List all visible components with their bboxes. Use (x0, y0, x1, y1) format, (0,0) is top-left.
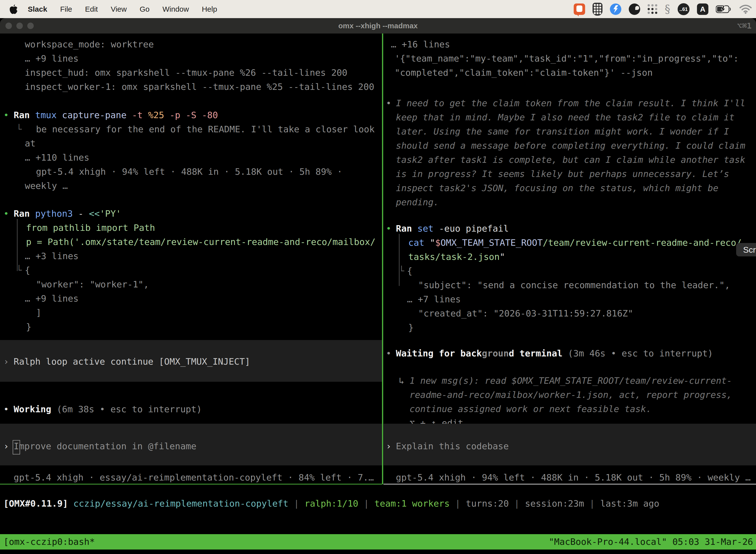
prompt-input[interactable]: ›Improve documentation in @filename (0, 439, 382, 453)
window-shortcut-badge: ⌥⌘1 (737, 18, 752, 34)
bullet-icon: • (386, 96, 391, 110)
prompt-chevron-icon: › (3, 354, 9, 369)
right-terminal-pane[interactable]: … +16 lines'{"team_name":"my-team","task… (383, 34, 756, 484)
terminal-line: … +3 lines (0, 249, 382, 263)
elbow-connector: └ (16, 122, 22, 136)
squiggle-icon[interactable]: § (665, 3, 670, 15)
terminal-line: … +110 lines (0, 151, 382, 165)
terminal-line: at (0, 136, 382, 151)
terminal-line: "worker": "worker-1", (0, 277, 382, 291)
terminal-line: "created_at": "2026-03-31T11:59:27.816Z" (383, 306, 756, 321)
bullet-icon: • (386, 221, 391, 235)
terminal-line: } (383, 321, 756, 335)
output-section: gpt-5.4 xhigh · essay/ai-reimplementatio… (0, 470, 382, 484)
command-line: •Ran set -euo pipefail (383, 221, 756, 235)
keyboard-layout-icon[interactable]: A (697, 3, 708, 15)
terminal-line: p = Path('.omx/state/team/review-current… (0, 235, 382, 249)
menu-item-window[interactable]: Window (163, 5, 189, 13)
terminal-line: pending. (383, 195, 756, 209)
omx-hud-pane: [OMX#0.11.9] cczip/essay/ai-reimplementa… (0, 496, 756, 510)
menu-item-help[interactable]: Help (202, 5, 217, 13)
injected-message-line[interactable]: ›Ralph loop active continue [OMX_TMUX_IN… (0, 354, 382, 369)
menu-item-go[interactable]: Go (140, 5, 149, 13)
session-duration: session:23m (525, 498, 584, 509)
terminal-line: from pathlib import Path (0, 221, 382, 235)
terminal-line: inspect task2's JSON, focusing on the st… (383, 181, 756, 195)
menu-items: SlackFileEditViewGoWindowHelp (18, 5, 217, 13)
menu-item-file[interactable]: File (60, 5, 72, 13)
bullet-icon: • (386, 346, 391, 361)
dark-circle-icon[interactable] (629, 3, 640, 15)
terminal-line: "completed","claim_token":"claim-token"}… (383, 65, 756, 80)
menu-item-view[interactable]: View (111, 5, 126, 13)
model-status-line: gpt-5.4 xhigh · essay/ai-reimplementatio… (0, 470, 382, 484)
prompt-chevron-icon: › (3, 439, 9, 453)
battery-percent-circle-icon[interactable]: ..61 (678, 3, 690, 15)
omx-version: [OMX#0.11.9] (3, 498, 73, 509)
screen-overlay-tooltip: Scre (736, 243, 756, 257)
prompt-band: ›Explain this codebase (383, 424, 756, 465)
output-section: •Ran python3 - <<'PY'from pathlib import… (0, 207, 382, 334)
terminal-line: is in progress? It seems likely but perh… (383, 167, 756, 181)
tmux-status-bar: [omx-cczip0:bash* "MacBook-Pro-44.local"… (0, 534, 756, 550)
menu-item-edit[interactable]: Edit (85, 5, 98, 13)
terminal-line: cat "$OMX_TEAM_STATE_ROOT/team/review-cu… (383, 235, 756, 250)
bolt-circle-icon[interactable] (610, 3, 621, 15)
macos-menu-bar: SlackFileEditViewGoWindowHelp §..61A (0, 0, 756, 18)
omx-session-status-line: [OMX#0.11.9] cczip/essay/ai-reimplementa… (0, 496, 756, 510)
battery-icon[interactable] (716, 5, 732, 13)
window-titlebar[interactable]: omx --xhigh --madmax ⌥⌘1 (0, 18, 756, 34)
terminal-content: workspace_mode: worktree… +9 linesinspec… (0, 34, 756, 554)
output-section: … +16 lines'{"team_name":"my-team","task… (383, 37, 756, 80)
terminal-line: └{ (0, 263, 382, 277)
elbow-connector: └ (399, 264, 404, 278)
prompt-input[interactable]: ›Explain this codebase (383, 439, 756, 453)
session-path: cczip/essay/ai-reimplementation-copyleft (73, 498, 289, 509)
tmux-host-clock: "MacBook-Pro-44.local" 05:03 31-Mar-26 (549, 534, 753, 550)
output-section: •Ran tmux capture-pane -t %25 -p -S -80└… (0, 108, 382, 193)
left-pane-bottom-border (0, 484, 382, 485)
left-terminal-pane[interactable]: workspace_mode: worktree… +9 linesinspec… (0, 34, 382, 484)
prompt-chevron-icon: › (386, 439, 391, 453)
terminal-line: └{ (383, 264, 756, 278)
terminal-line: } (0, 320, 382, 334)
window-title: omx --xhigh --madmax (0, 18, 756, 34)
bullet-icon: • (3, 402, 9, 416)
terminal-line: "subject": "send a concise recommendatio… (383, 278, 756, 292)
terminal-line: should send a message before completing … (383, 138, 756, 153)
terminal-line: └be necessary for the end of the README.… (0, 122, 382, 136)
terminal-line: inspect_hud: omx sparkshell --tmux-pane … (0, 65, 382, 80)
mailbox-notice-line: ↳1 new msg(s): read $OMX_TEAM_STATE_ROOT… (383, 374, 756, 388)
text-cursor: I (14, 441, 19, 451)
menu-bar-status-icons: §..61A (574, 0, 752, 18)
turns-counter: turns:20 (466, 498, 509, 509)
wifi-icon[interactable] (739, 4, 752, 14)
prompt-band: ›Ralph loop active continue [OMX_TMUX_IN… (0, 340, 382, 382)
reasoning-line: •I need to get the claim token from the … (383, 96, 756, 110)
terminal-line: workspace_mode: worktree (0, 37, 382, 51)
prompt-placeholder: mprove documentation in @filename (19, 441, 196, 451)
output-section: •Ran set -euo pipefailcat "$OMX_TEAM_STA… (383, 221, 756, 335)
apple-menu-icon[interactable] (9, 4, 18, 14)
bullet-icon: • (3, 108, 9, 122)
output-section: •I need to get the claim token from the … (383, 96, 756, 209)
output-section: gpt-5.4 xhigh · 94% left · 488K in · 5.1… (383, 470, 756, 484)
tmux-session-label: [omx-cczip0:bash* (3, 534, 95, 550)
pane-divider[interactable] (382, 34, 383, 484)
output-section: •Working (6m 38s • esc to interrupt) (0, 402, 382, 416)
prompt-placeholder: Explain this codebase (396, 441, 509, 451)
arrow-icon: ↳ (399, 374, 404, 388)
terminal-line: task2 after task1 is complete, but can I… (383, 153, 756, 167)
grid-shield-icon[interactable] (592, 3, 603, 16)
screen-record-icon[interactable] (574, 3, 585, 15)
command-line: •Ran python3 - <<'PY' (0, 207, 382, 221)
terminal-line: weekly … (0, 179, 382, 193)
output-section: ↳1 new msg(s): read $OMX_TEAM_STATE_ROOT… (383, 374, 756, 430)
ralph-counter: ralph:1/10 (305, 498, 359, 509)
command-line: •Ran tmux capture-pane -t %25 -p -S -80 (0, 108, 382, 122)
dots-grid-icon[interactable] (648, 4, 657, 14)
terminal-line: … +9 lines (0, 51, 382, 65)
terminal-line: ] (0, 306, 382, 320)
menu-item-slack[interactable]: Slack (28, 5, 47, 13)
last-activity: last:3m ago (600, 498, 659, 509)
